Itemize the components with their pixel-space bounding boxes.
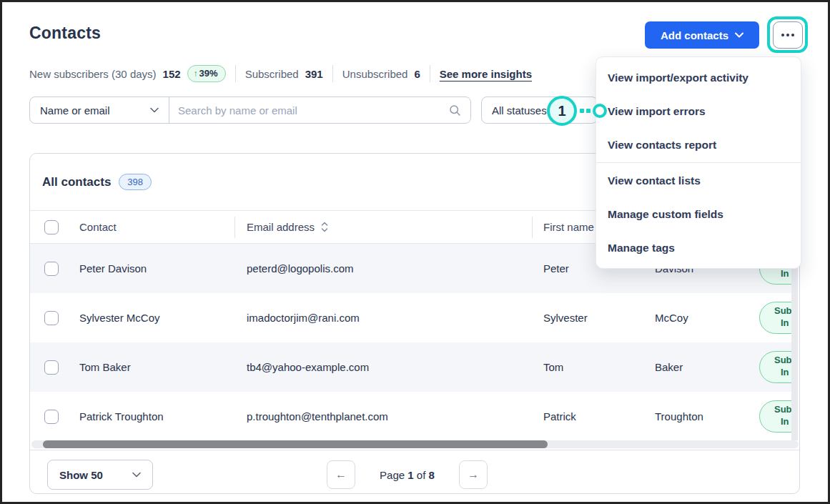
stat-value: 391 [305,68,323,80]
card-footer: Show 50 ← Page 1 of 8 → [30,450,799,494]
status-badge: SubsIn [759,351,791,383]
more-actions-menu: View import/export activity View import … [596,56,801,269]
cell-first-name: Patrick [543,410,655,423]
stats-row: New subscribers (30 days) 152 ↑ 39% Subs… [29,64,532,84]
status-badge: SubsIn [759,302,791,334]
cell-contact: Tom Baker [79,361,247,373]
row-checkbox[interactable] [44,311,59,325]
chevron-down-icon [150,107,159,113]
divider [332,65,333,82]
previous-page-button[interactable]: ← [327,460,355,489]
column-divider [234,217,235,238]
stat-subscribed: Subscribed 391 [245,68,323,80]
scrollbar-thumb[interactable] [43,440,548,448]
column-header-contact: Contact [79,221,247,233]
trend-badge: ↑ 39% [187,65,226,82]
tutorial-step-marker: 1 [547,96,577,126]
cell-contact: Sylvester McCoy [79,312,247,324]
stat-label: Unsubscribed [342,68,408,80]
search-field-select[interactable]: Name or email [30,97,169,123]
select-all-checkbox[interactable] [44,220,59,234]
sort-icon[interactable] [321,222,328,232]
page-size-select[interactable]: Show 50 [47,460,153,490]
step-number: 1 [558,103,565,119]
table-horizontal-scrollbar[interactable] [31,440,799,448]
stat-new-subscribers: New subscribers (30 days) 152 ↑ 39% [29,65,226,82]
cell-first-name: Sylvester [543,312,655,324]
chevron-down-icon [735,32,743,38]
menu-item-manage-custom-fields[interactable]: Manage custom fields [596,197,801,231]
page-size-value: Show 50 [59,469,103,481]
stat-label: New subscribers (30 days) [29,68,157,80]
ellipsis-icon [781,34,784,36]
cell-email: p.troughton@tenthplanet.com [247,410,543,423]
current-page: 1 [407,469,413,481]
search-bar: Name or email [29,97,471,124]
cell-email: imadoctorjim@rani.com [247,312,543,324]
menu-item-manage-tags[interactable]: Manage tags [596,231,801,265]
page-title: Contacts [29,24,101,43]
menu-item-view-contact-lists[interactable]: View contact lists [596,164,801,197]
right-arrow-icon: → [468,468,479,481]
left-arrow-icon: ← [335,468,347,481]
cell-first-name: Tom [543,361,655,373]
menu-item-view-contacts-report[interactable]: View contacts report [596,128,801,162]
contact-count-badge: 398 [119,174,152,190]
table-row[interactable]: Patrick Troughton p.troughton@tenthplane… [30,392,791,441]
cell-contact: Patrick Troughton [79,410,247,423]
table-row[interactable]: Sylvester McCoy imadoctorjim@rani.com Sy… [30,293,791,342]
chevron-down-icon [132,472,141,478]
more-actions-button[interactable] [773,21,803,49]
menu-divider [596,162,801,163]
menu-item-view-import-errors[interactable]: View import errors [596,94,801,128]
stat-value: 152 [163,68,181,80]
tutorial-connector-dot [586,109,591,113]
stat-unsubscribed: Unsubscribed 6 [342,68,420,80]
cell-email: tb4@yahoo-example.com [247,361,543,373]
tutorial-connector-dot [580,109,584,113]
menu-item-view-import-export-activity[interactable]: View import/export activity [596,61,801,94]
status-filter-value: All statuses [492,104,547,117]
search-field-value: Name or email [40,104,110,117]
cell-last-name: Troughton [655,410,759,423]
pagination: ← Page 1 of 8 → [327,460,488,489]
cell-last-name: McCoy [655,312,759,324]
add-contacts-label: Add contacts [661,29,728,41]
cell-contact: Peter Davison [79,262,247,275]
see-more-insights-link[interactable]: See more insights [440,68,532,80]
table-row[interactable]: Tom Baker tb4@yahoo-example.com Tom Bake… [30,342,791,392]
page-indicator: Page 1 of 8 [355,469,459,481]
tutorial-target-ring [593,104,607,118]
search-icon [449,97,470,123]
column-header-email: Email address [247,221,315,233]
stat-label: Subscribed [245,68,299,80]
cell-email: peterd@logopolis.com [247,262,543,275]
table-vertical-scrollbar[interactable] [791,260,798,440]
contacts-page: Contacts Add contacts New subscribers (3… [0,0,830,504]
total-pages: 8 [429,469,435,481]
cell-last-name: Baker [655,361,759,373]
tutorial-highlight-ring [767,16,808,53]
trend-percent: 39% [199,68,218,79]
add-contacts-button[interactable]: Add contacts [645,21,759,49]
divider [235,65,236,82]
row-checkbox[interactable] [44,262,59,276]
row-checkbox[interactable] [44,360,59,375]
row-checkbox[interactable] [44,410,59,424]
status-badge: SubsIn [759,400,791,433]
column-divider [532,217,533,238]
search-input[interactable] [169,97,449,123]
card-title: All contacts [42,175,111,189]
divider [430,65,430,82]
stat-value: 6 [414,68,420,80]
up-arrow-icon: ↑ [194,69,198,79]
next-page-button[interactable]: → [459,460,488,489]
